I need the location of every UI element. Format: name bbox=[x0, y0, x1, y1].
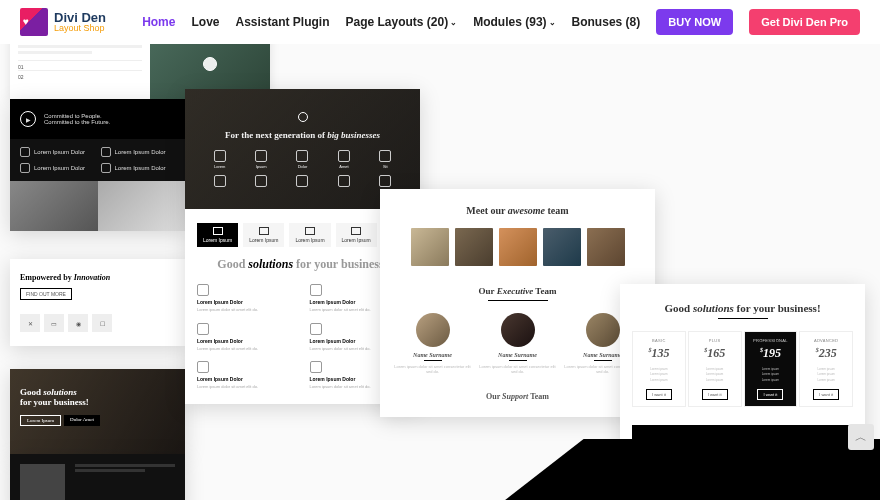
support-heading: Our Support Team bbox=[394, 392, 641, 401]
preview-gallery-strip bbox=[10, 454, 185, 500]
icon-tile: ☐ bbox=[92, 314, 112, 332]
feature-icon bbox=[310, 361, 322, 373]
avatar bbox=[455, 228, 493, 266]
grid-icon bbox=[255, 175, 267, 187]
feature-icon bbox=[197, 361, 209, 373]
select-plan-button[interactable]: I want it bbox=[757, 389, 783, 400]
section-heading: Empowered by Innovation bbox=[20, 273, 175, 282]
avatar bbox=[587, 228, 625, 266]
preview-dark-header: ▶ Committed to People. Committed to the … bbox=[10, 99, 185, 231]
select-plan-button[interactable]: I want it bbox=[646, 389, 672, 400]
avatar bbox=[411, 228, 449, 266]
hero-logo-icon bbox=[298, 112, 308, 122]
footer-bar bbox=[632, 425, 853, 439]
feature-icon bbox=[20, 163, 30, 173]
grid-icon bbox=[255, 150, 267, 162]
outline-button[interactable]: Lorem Ipsum bbox=[20, 415, 61, 426]
photo-thumb bbox=[10, 181, 98, 231]
strip-tab-1: 01 bbox=[18, 60, 142, 70]
grid-icon bbox=[296, 175, 308, 187]
solutions-heading: Good solutions for your business! bbox=[197, 257, 408, 272]
avatar bbox=[543, 228, 581, 266]
feature-icon bbox=[101, 163, 111, 173]
feature-icon bbox=[20, 147, 30, 157]
grid-icon bbox=[379, 150, 391, 162]
icon-tile: ▭ bbox=[44, 314, 64, 332]
strip-tab-2: 02 bbox=[18, 70, 142, 80]
feature-icon bbox=[310, 323, 322, 335]
preview-overlay: Good solutions for your business! Lorem … bbox=[10, 369, 185, 454]
nav-bonuses[interactable]: Bonuses (8) bbox=[572, 15, 641, 29]
avatar bbox=[501, 313, 535, 347]
avatar bbox=[416, 313, 450, 347]
feature-icon bbox=[101, 147, 111, 157]
nav-love[interactable]: Love bbox=[191, 15, 219, 29]
icon-tile: ◉ bbox=[68, 314, 88, 332]
price-column: BASIC$135Lorem ipsumLorem ipsumLorem ips… bbox=[632, 331, 686, 407]
logo-subtitle: Layout Shop bbox=[54, 24, 106, 33]
feature-icon bbox=[197, 323, 209, 335]
feature-icon bbox=[310, 284, 322, 296]
grid-icon bbox=[338, 150, 350, 162]
get-pro-button[interactable]: Get Divi Den Pro bbox=[749, 9, 860, 35]
logo-icon bbox=[20, 8, 48, 36]
hero-heading: For the next generation of big businesse… bbox=[225, 130, 380, 140]
grid-icon bbox=[214, 150, 226, 162]
thumb bbox=[20, 464, 65, 500]
thumb-text bbox=[75, 464, 175, 500]
solid-button[interactable]: Dolor Amet bbox=[64, 415, 100, 426]
site-header: Divi Den Layout Shop Home Love Assistant… bbox=[0, 0, 880, 44]
icon-tile: ✕ bbox=[20, 314, 40, 332]
select-plan-button[interactable]: I want it bbox=[813, 389, 839, 400]
grid-icon bbox=[296, 150, 308, 162]
member-name: Name Surname bbox=[479, 352, 556, 358]
avatar bbox=[499, 228, 537, 266]
price-column: ADVANCED$235Lorem ipsumLorem ipsumLorem … bbox=[799, 331, 853, 407]
layout-showcase: 01 02 ▶ Committed to People. Committed t… bbox=[0, 44, 880, 500]
nav-assistant[interactable]: Assistant Plugin bbox=[235, 15, 329, 29]
chevron-down-icon: ⌄ bbox=[549, 18, 556, 27]
member-name: Name Surname bbox=[394, 352, 471, 358]
price-column-featured: PROFESSIONAL$195Lorem ipsumLorem ipsumLo… bbox=[744, 331, 798, 407]
buy-now-button[interactable]: BUY NOW bbox=[656, 9, 733, 35]
nav-layouts[interactable]: Page Layouts (20)⌄ bbox=[346, 15, 458, 29]
grid-icon bbox=[379, 175, 391, 187]
executive-heading: Our Executive Team bbox=[394, 286, 641, 296]
primary-nav: Home Love Assistant Plugin Page Layouts … bbox=[142, 9, 860, 35]
findout-button[interactable]: FIND OUT MORE bbox=[20, 288, 72, 300]
tab-item[interactable]: Lorem Ipsum bbox=[336, 223, 377, 247]
preview-pricing: Good solutions for your business! BASIC$… bbox=[620, 284, 865, 457]
overlay-heading: Good solutions for your business! bbox=[20, 387, 175, 407]
price-column: PLUS$165Lorem ipsumLorem ipsumLorem ipsu… bbox=[688, 331, 742, 407]
photo-thumb bbox=[98, 181, 186, 231]
play-icon bbox=[203, 57, 217, 71]
decorative-wedge bbox=[500, 439, 880, 500]
select-plan-button[interactable]: I want it bbox=[702, 389, 728, 400]
avatar bbox=[586, 313, 620, 347]
team-heading: Meet our awesome team bbox=[394, 205, 641, 216]
feature-icon bbox=[197, 284, 209, 296]
tab-item[interactable]: Lorem Ipsum bbox=[197, 223, 238, 247]
pricing-heading: Good solutions for your business! bbox=[632, 302, 853, 314]
tab-item[interactable]: Lorem Ipsum bbox=[243, 223, 284, 247]
scroll-top-button[interactable]: ︿ bbox=[848, 424, 874, 450]
tagline-2: Committed to the Future. bbox=[44, 119, 110, 125]
grid-icon bbox=[214, 175, 226, 187]
nav-home[interactable]: Home bbox=[142, 15, 175, 29]
logo[interactable]: Divi Den Layout Shop bbox=[20, 8, 106, 36]
preview-team: Meet our awesome team Our Executive Team… bbox=[380, 189, 655, 417]
chevron-down-icon: ⌄ bbox=[450, 18, 457, 27]
preview-innovation: Empowered by Innovation FIND OUT MORE ✕ … bbox=[10, 259, 185, 346]
nav-modules[interactable]: Modules (93)⌄ bbox=[473, 15, 555, 29]
play-icon: ▶ bbox=[20, 111, 36, 127]
grid-icon bbox=[338, 175, 350, 187]
tab-item[interactable]: Lorem Ipsum bbox=[289, 223, 330, 247]
